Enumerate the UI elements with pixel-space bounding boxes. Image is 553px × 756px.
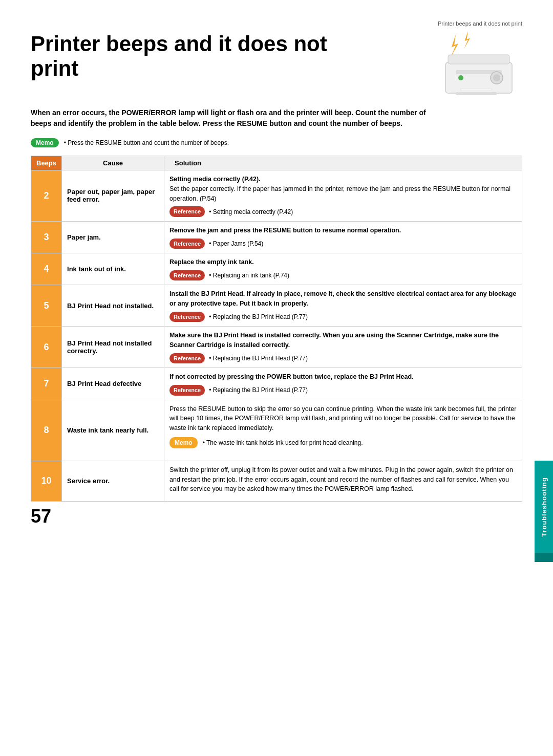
- solution-bold: Remove the jam and press the RESUME butt…: [169, 227, 401, 234]
- svg-rect-8: [456, 92, 497, 95]
- svg-point-7: [458, 75, 463, 80]
- solution-bold: If not corrected by pressing the POWER b…: [169, 373, 413, 380]
- side-tab: Troubleshooting: [535, 461, 553, 553]
- solution-cell: If not corrected by pressing the POWER b…: [164, 368, 522, 400]
- svg-rect-9: [461, 89, 492, 91]
- beeps-cell: 7: [31, 368, 62, 400]
- inline-memo-row: Memo • The waste ink tank holds ink used…: [169, 437, 517, 448]
- ref-row: Reference • Paper Jams (P.54): [169, 239, 517, 249]
- reference-badge: Reference: [169, 206, 205, 217]
- intro-text: When an error occurs, the POWER/ERROR la…: [31, 107, 430, 129]
- error-table: Beeps Cause Solution 2Paper out, paper j…: [31, 156, 522, 502]
- ref-row: Reference • Replacing the BJ Print Head …: [169, 353, 517, 364]
- inline-memo-text: • The waste ink tank holds ink used for …: [203, 438, 363, 447]
- ref-row: Reference • Replacing an ink tank (P.74): [169, 270, 517, 281]
- solution-cell: Press the RESUME button to skip the erro…: [164, 400, 522, 461]
- side-tab-label: Troubleshooting: [540, 477, 548, 537]
- cause-header: Cause: [62, 156, 164, 170]
- ref-row: Reference • Replacing the BJ Print Head …: [169, 312, 517, 322]
- ref-row: Reference • Replacing the BJ Print Head …: [169, 385, 517, 396]
- beeps-cell: 3: [31, 221, 62, 253]
- solution-bold: Replace the empty ink tank.: [169, 258, 254, 266]
- page-title: Printer beeps and it does not print: [31, 32, 348, 81]
- beeps-cell: 4: [31, 253, 62, 285]
- table-row: 2Paper out, paper jam, paper feed error.…: [31, 170, 522, 222]
- svg-marker-1: [464, 32, 470, 49]
- memo-badge: Memo: [31, 138, 59, 147]
- solution-cell: Setting media correctly (P.42).Set the p…: [164, 170, 522, 222]
- page-header-label: Printer beeps and it does not print: [31, 20, 522, 27]
- svg-point-6: [493, 74, 500, 81]
- side-tab-stripe: [535, 553, 553, 562]
- page-number: 57: [31, 506, 51, 527]
- memo-text: • Press the RESUME button and count the …: [64, 139, 229, 146]
- table-row: 3Paper jam.Remove the jam and press the …: [31, 221, 522, 253]
- cause-cell: Ink tank out of ink.: [62, 253, 164, 285]
- table-row: 7BJ Print Head defectiveIf not corrected…: [31, 368, 522, 400]
- table-row: 8Waste ink tank nearly full.Press the RE…: [31, 400, 522, 461]
- solution-text: Switch the printer off, unplug it from i…: [169, 465, 517, 494]
- inline-memo-badge: Memo: [169, 437, 198, 448]
- ref-text: • Setting media correctly (P.42): [209, 207, 293, 217]
- memo-row: Memo • Press the RESUME button and count…: [31, 138, 522, 147]
- cause-cell: BJ Print Head not installed.: [62, 285, 164, 327]
- beeps-cell: 5: [31, 285, 62, 327]
- ref-row: Reference • Setting media correctly (P.4…: [169, 206, 517, 217]
- beeps-cell: 2: [31, 170, 62, 222]
- ref-text: • Replacing the BJ Print Head (P.77): [209, 354, 308, 363]
- solution-cell: Remove the jam and press the RESUME butt…: [164, 221, 522, 253]
- solution-cell: Replace the empty ink tank. Reference • …: [164, 253, 522, 285]
- table-row: 4Ink tank out of ink.Replace the empty i…: [31, 253, 522, 285]
- solution-cell: Make sure the BJ Print Head is installed…: [164, 327, 522, 368]
- cause-cell: Paper jam.: [62, 221, 164, 253]
- ref-text: • Replacing the BJ Print Head (P.77): [209, 312, 308, 321]
- ref-text: • Replacing an ink tank (P.74): [209, 271, 289, 280]
- solution-text: Set the paper correctly. If the paper ha…: [169, 185, 511, 202]
- solution-cell: Install the BJ Print Head. If already in…: [164, 285, 522, 327]
- beeps-cell: 6: [31, 327, 62, 368]
- solution-header: Solution: [164, 156, 522, 170]
- reference-badge: Reference: [169, 385, 205, 396]
- beeps-cell: 10: [31, 461, 62, 501]
- reference-badge: Reference: [169, 353, 205, 364]
- table-row: 10Service error.Switch the printer off, …: [31, 461, 522, 501]
- reference-badge: Reference: [169, 239, 205, 249]
- cause-cell: Paper out, paper jam, paper feed error.: [62, 170, 164, 222]
- cause-cell: BJ Print Head defective: [62, 368, 164, 400]
- solution-cell: Switch the printer off, unplug it from i…: [164, 461, 522, 501]
- beeps-header: Beeps: [31, 156, 62, 170]
- ref-text: • Paper Jams (P.54): [209, 239, 263, 248]
- reference-badge: Reference: [169, 270, 205, 281]
- ref-text: • Replacing the BJ Print Head (P.77): [209, 385, 308, 395]
- svg-marker-0: [451, 34, 458, 57]
- cause-cell: BJ Print Head not installed correctry.: [62, 327, 164, 368]
- beeps-cell: 8: [31, 400, 62, 461]
- solution-bold: Install the BJ Print Head. If already in…: [169, 290, 516, 307]
- cause-cell: Waste ink tank nearly full.: [62, 400, 164, 461]
- solution-bold: Make sure the BJ Print Head is installed…: [169, 332, 499, 349]
- solution-text: Press the RESUME button to skip the erro…: [169, 404, 517, 433]
- reference-badge: Reference: [169, 312, 205, 322]
- svg-rect-4: [448, 55, 509, 64]
- cause-cell: Service error.: [62, 461, 164, 501]
- table-row: 6BJ Print Head not installed correctry.M…: [31, 327, 522, 368]
- solution-bold: Setting media correctly (P.42).: [169, 176, 261, 183]
- table-row: 5BJ Print Head not installed.Install the…: [31, 285, 522, 327]
- title-section: Printer beeps and it does not print: [31, 32, 522, 98]
- printer-illustration: [430, 32, 522, 98]
